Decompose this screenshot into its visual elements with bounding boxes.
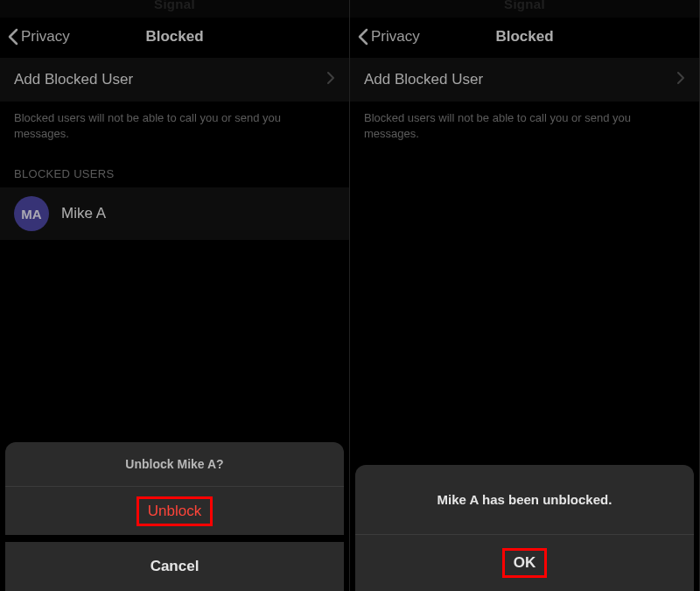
sheet-main-group: Unblock Mike A? Unblock (5, 442, 344, 535)
blocked-user-name: Mike A (61, 205, 106, 222)
nav-title: Blocked (495, 28, 553, 46)
back-button[interactable]: Privacy (357, 28, 420, 46)
alert-message: Mike A has been unblocked. (355, 465, 694, 535)
unblock-label: Unblock (136, 496, 213, 526)
phone-right: Signal Privacy Blocked Add Blocked User … (350, 0, 700, 591)
blocked-user-row[interactable]: MA Mike A (0, 187, 349, 240)
sheet-unblock-button[interactable]: Unblock (5, 486, 344, 535)
nav-header: Privacy Blocked (350, 18, 699, 56)
avatar: MA (14, 196, 49, 231)
add-blocked-user-cell[interactable]: Add Blocked User (350, 58, 699, 102)
section-header-blocked-users: BLOCKED USERS (0, 141, 349, 187)
back-label: Privacy (371, 28, 420, 46)
cancel-label: Cancel (150, 558, 200, 575)
nav-header: Privacy Blocked (0, 18, 349, 56)
cell-label: Add Blocked User (364, 71, 676, 88)
status-bar: Signal (0, 0, 349, 18)
action-sheet: Unblock Mike A? Unblock Cancel (5, 442, 344, 591)
blocked-footer-text: Blocked users will not be able to call y… (350, 102, 699, 141)
sheet-cancel-button[interactable]: Cancel (5, 542, 344, 591)
nav-title: Blocked (145, 28, 203, 46)
back-label: Privacy (21, 28, 70, 46)
app-name: Signal (504, 0, 545, 11)
chevron-left-icon (357, 28, 369, 46)
chevron-right-icon (676, 71, 685, 88)
alert: Mike A has been unblocked. OK (355, 465, 694, 591)
alert-ok-button[interactable]: OK (355, 535, 694, 591)
add-blocked-user-cell[interactable]: Add Blocked User (0, 58, 349, 102)
cell-label: Add Blocked User (14, 71, 326, 88)
chevron-right-icon (326, 71, 335, 88)
blocked-footer-text: Blocked users will not be able to call y… (0, 102, 349, 141)
app-name: Signal (154, 0, 195, 11)
back-button[interactable]: Privacy (7, 28, 70, 46)
phone-left: Signal Privacy Blocked Add Blocked User … (0, 0, 350, 591)
ok-label: OK (502, 548, 548, 578)
chevron-left-icon (7, 28, 19, 46)
status-bar: Signal (350, 0, 699, 18)
sheet-title: Unblock Mike A? (5, 442, 344, 486)
